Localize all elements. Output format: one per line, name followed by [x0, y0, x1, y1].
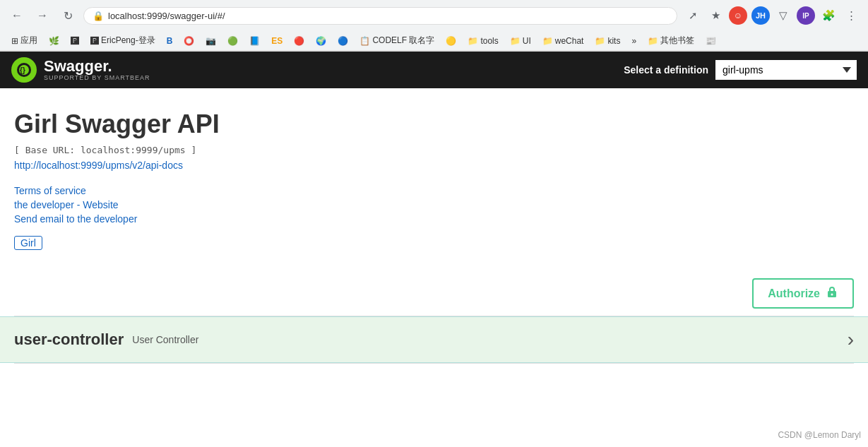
earth-icon: 🌍: [316, 36, 326, 46]
forward-button[interactable]: →: [32, 6, 52, 25]
toolbar-actions: ➚ ★ ☺ JH ▽ IP 🧩 ⋮: [683, 6, 861, 25]
news-icon: 📰: [706, 36, 716, 46]
refresh-button[interactable]: ↻: [58, 6, 78, 25]
codelf-icon: 📋: [359, 36, 370, 46]
apps-icon: ⊞: [11, 36, 18, 46]
bookmark-b[interactable]: B: [162, 35, 177, 47]
website-link[interactable]: the developer - Website: [14, 199, 854, 210]
authorize-button[interactable]: Authorize: [752, 278, 854, 309]
bookmark-search[interactable]: 🔵: [333, 35, 352, 47]
menu-button[interactable]: ⋮: [841, 6, 861, 25]
share-button[interactable]: ➚: [683, 6, 703, 25]
ericpeng-icon: 🅿: [90, 36, 99, 46]
extensions-button[interactable]: ▽: [773, 6, 793, 25]
kits-icon: 📁: [595, 36, 605, 46]
authorize-label: Authorize: [768, 287, 820, 300]
github-icon: ⭕: [184, 36, 194, 46]
controller-header[interactable]: user-controller User Controller ›: [0, 316, 868, 363]
swagger-logo-text: Swagger. SUPPORTED BY SMARTBEAR: [44, 59, 150, 81]
lock-icon: [826, 285, 838, 302]
swagger-sub: SUPPORTED BY SMARTBEAR: [44, 74, 150, 81]
ui-icon: 📁: [510, 36, 521, 46]
bookmark-more[interactable]: »: [627, 35, 641, 47]
bookmark-apps[interactable]: ⊞ 应用: [7, 33, 42, 48]
swagger-logo-icon: {}: [11, 57, 37, 83]
swagger-def-label: Select a definition: [624, 64, 708, 76]
bookmarks-bar: ⊞ 应用 🌿 🅿 🅿 EricPeng-登录 B ⭕ 📷 🟢 📘 ES: [0, 31, 868, 51]
controller-section: user-controller User Controller ›: [0, 316, 868, 363]
swagger-header: {} Swagger. SUPPORTED BY SMARTBEAR Selec…: [0, 52, 868, 88]
others-icon: 📁: [648, 36, 658, 46]
url-text: localhost:9999/swagger-ui/#/: [108, 11, 668, 21]
bookmark-github[interactable]: ⭕: [179, 35, 198, 47]
camera-icon: 📷: [206, 36, 216, 46]
bookmark-kits[interactable]: 📁 kits: [590, 35, 624, 47]
controller-expand-icon: ›: [848, 328, 854, 351]
address-bar[interactable]: 🔒 localhost:9999/swagger-ui/#/: [83, 7, 677, 25]
bk2-icon: 🌿: [49, 36, 59, 46]
api-docs-link[interactable]: http://localhost:9999/upms/v2/api-docs: [14, 160, 854, 171]
tools-icon: 📁: [468, 36, 478, 46]
bookmark-codelf[interactable]: 📋 CODELF 取名字: [355, 33, 439, 48]
controller-name: user-controller: [14, 330, 124, 349]
swagger-logo: {} Swagger. SUPPORTED BY SMARTBEAR: [11, 57, 150, 83]
api-version: Girl: [14, 236, 42, 250]
swagger-def-select[interactable]: girl-upms: [715, 60, 857, 80]
bookmark-button[interactable]: ★: [706, 6, 725, 25]
bookmark-es[interactable]: ES: [267, 35, 287, 47]
bookmark-news[interactable]: 📰: [701, 35, 720, 47]
ext2-button[interactable]: IP: [796, 6, 816, 25]
ext2-avatar: IP: [797, 6, 815, 25]
green-icon: 🟢: [227, 36, 238, 46]
yellow-icon: 🟡: [446, 36, 456, 46]
es-icon: ES: [271, 36, 283, 46]
profile-avatar: JH: [751, 6, 770, 25]
main-content: Girl Swagger API [ Base URL: localhost:9…: [0, 88, 868, 271]
profile-button[interactable]: JH: [751, 6, 771, 25]
api-title: Girl Swagger API: [14, 109, 854, 139]
red-icon: 🔴: [294, 36, 304, 46]
bookmark-red[interactable]: 🔴: [290, 35, 309, 47]
bottom-divider: [14, 363, 854, 364]
account-avatar: ☺: [729, 6, 747, 25]
email-link[interactable]: Send email to the developer: [14, 213, 854, 225]
api-base-url: [ Base URL: localhost:9999/upms ]: [14, 145, 854, 155]
search-icon-bk: 🔵: [338, 36, 348, 46]
controller-description: User Controller: [132, 334, 198, 345]
swagger-definition-selector: Select a definition girl-upms: [624, 60, 857, 80]
controller-title: user-controller User Controller: [14, 330, 198, 349]
bookmark-ui[interactable]: 📁 UI: [506, 35, 535, 47]
terms-of-service-link[interactable]: Terms of service: [14, 185, 854, 196]
bookmark-item-3[interactable]: 🅿: [66, 35, 83, 47]
swagger-name: Swagger.: [44, 59, 150, 74]
bookmark-camera[interactable]: 📷: [201, 35, 220, 47]
browser-toolbar: ← → ↻ 🔒 localhost:9999/swagger-ui/#/ ➚ ★…: [0, 0, 868, 31]
svg-point-3: [831, 294, 833, 296]
bookmark-item-2[interactable]: 🌿: [44, 35, 64, 47]
browser-chrome: ← → ↻ 🔒 localhost:9999/swagger-ui/#/ ➚ ★…: [0, 0, 868, 52]
bookmark-others[interactable]: 📁 其他书签: [643, 33, 698, 48]
api-info-links: Terms of service the developer - Website…: [14, 185, 854, 225]
lock-icon: 🔒: [93, 11, 104, 21]
back-button[interactable]: ←: [7, 6, 27, 25]
svg-text:{}: {}: [20, 66, 25, 74]
bookmark-earth[interactable]: 🌍: [311, 35, 331, 47]
authorize-area: Authorize: [0, 271, 868, 316]
bookmark-ericpeng[interactable]: 🅿 EricPeng-登录: [86, 33, 160, 48]
bookmark-yellow[interactable]: 🟡: [441, 35, 460, 47]
puzzle-button[interactable]: 🧩: [819, 6, 838, 25]
account-button[interactable]: ☺: [728, 6, 748, 25]
b-icon: B: [167, 36, 173, 46]
bookmark-tools[interactable]: 📁 tools: [463, 35, 502, 47]
bk3-icon: 🅿: [71, 36, 79, 46]
bookmark-wechat[interactable]: 📁 weChat: [538, 35, 588, 47]
blue-icon: 📘: [249, 36, 260, 46]
wechat-icon: 📁: [542, 36, 553, 46]
bookmark-green[interactable]: 🟢: [223, 35, 242, 47]
bookmark-blue[interactable]: 📘: [245, 35, 264, 47]
